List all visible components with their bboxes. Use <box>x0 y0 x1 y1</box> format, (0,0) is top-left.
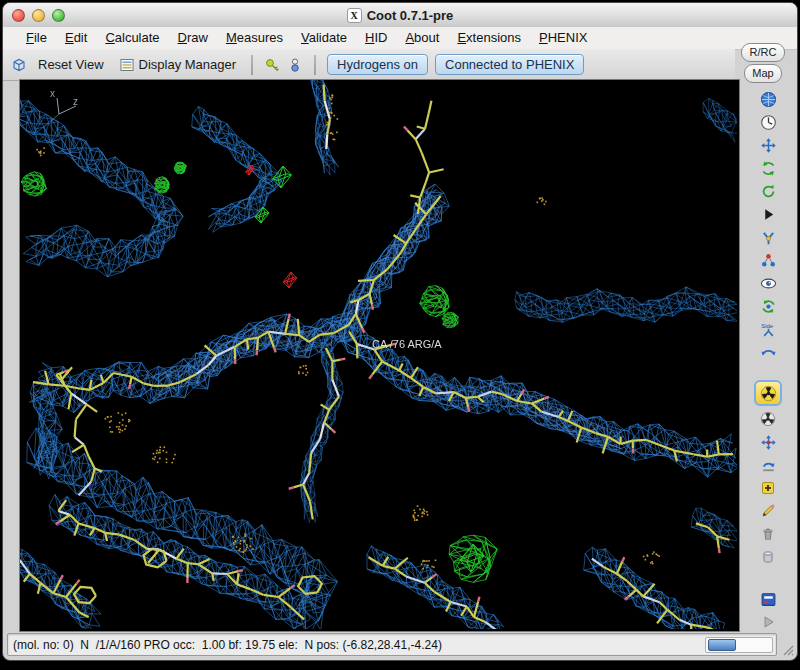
translate-icon[interactable] <box>755 135 781 155</box>
minimize-button[interactable] <box>32 9 45 22</box>
display-manager-icon <box>119 57 135 73</box>
reset-view-button[interactable]: Reset View <box>34 55 108 74</box>
add-residue-icon[interactable] <box>755 478 781 498</box>
play-icon[interactable] <box>755 204 781 224</box>
menu-bar: File Edit Calculate Draw Measures Valida… <box>3 27 797 50</box>
menu-item-hid[interactable]: HID <box>356 27 396 49</box>
app-window: X Coot 0.7.1-pre File Edit Calculate Dra… <box>2 2 798 661</box>
menu-item-calculate[interactable]: Calculate <box>96 27 168 49</box>
zoom-button[interactable] <box>52 9 65 22</box>
close-button[interactable] <box>12 9 25 22</box>
x11-app-icon: X <box>347 8 362 23</box>
status-scrollbar[interactable] <box>705 637 773 653</box>
pepflip-icon[interactable] <box>755 455 781 475</box>
view-cube-icon[interactable] <box>11 57 27 73</box>
status-scrollbar-thumb[interactable] <box>708 639 736 651</box>
refine-radiation-icon[interactable] <box>754 380 782 406</box>
cycle-icon[interactable] <box>755 296 781 316</box>
svg-text:Side: Side <box>761 322 774 328</box>
status-bar: (mol. no: 0) N /1/A/160 PRO occ: 1.00 bf… <box>7 633 777 656</box>
cylinder-icon[interactable] <box>755 547 781 567</box>
flip-icon[interactable] <box>755 342 781 362</box>
trash-icon[interactable] <box>755 524 781 544</box>
regularize-radiation-icon[interactable] <box>755 409 781 429</box>
flask-icon[interactable] <box>755 227 781 247</box>
play-disabled-icon[interactable] <box>755 612 781 632</box>
hydrogens-toggle-button[interactable]: Hydrogens on <box>327 54 428 75</box>
window-title: Coot 0.7.1-pre <box>367 8 454 23</box>
eye-icon[interactable] <box>755 273 781 293</box>
go-to-atom-icon[interactable] <box>287 57 303 73</box>
display-manager-label: Display Manager <box>139 57 237 72</box>
drag-icon[interactable] <box>755 432 781 452</box>
spin-icon[interactable] <box>755 181 781 201</box>
right-toolbar: Side <box>739 79 797 632</box>
resize-grip-icon[interactable] <box>780 642 794 656</box>
menu-item-validate[interactable]: Validate <box>292 27 356 49</box>
clock-icon[interactable] <box>755 112 781 132</box>
key-icon[interactable] <box>264 57 280 73</box>
toolbar-separator <box>314 55 316 75</box>
side-chain-icon[interactable]: Side <box>755 319 781 339</box>
menu-item-phenix[interactable]: PHENIX <box>530 27 596 49</box>
viewport-frame: CA /76 ARG/A x z <box>19 79 740 632</box>
menu-item-measures[interactable]: Measures <box>217 27 292 49</box>
main-toolbar: Reset View Display Manager Hydrogens on … <box>3 49 735 81</box>
pencil-icon[interactable] <box>755 501 781 521</box>
status-text: (mol. no: 0) N /1/A/160 PRO occ: 1.00 bf… <box>8 638 442 652</box>
display-manager-button[interactable]: Display Manager <box>115 55 241 75</box>
menu-item-edit[interactable]: Edit <box>56 27 96 49</box>
menu-item-about[interactable]: About <box>396 27 448 49</box>
menu-item-extensions[interactable]: Extensions <box>448 27 530 49</box>
phenix-connection-button[interactable]: Connected to PHENIX <box>435 54 584 75</box>
title-bar[interactable]: X Coot 0.7.1-pre <box>3 3 797 28</box>
globe-icon[interactable] <box>755 89 781 109</box>
r-rc-button[interactable]: R/RC <box>741 43 785 62</box>
menu-item-file[interactable]: File <box>17 27 56 49</box>
flag-icon[interactable] <box>755 589 781 609</box>
toolbar-separator <box>251 55 253 75</box>
molecular-viewport[interactable] <box>20 80 737 629</box>
menu-item-draw[interactable]: Draw <box>169 27 217 49</box>
rotate-icon[interactable] <box>755 158 781 178</box>
atoms-icon[interactable] <box>755 250 781 270</box>
